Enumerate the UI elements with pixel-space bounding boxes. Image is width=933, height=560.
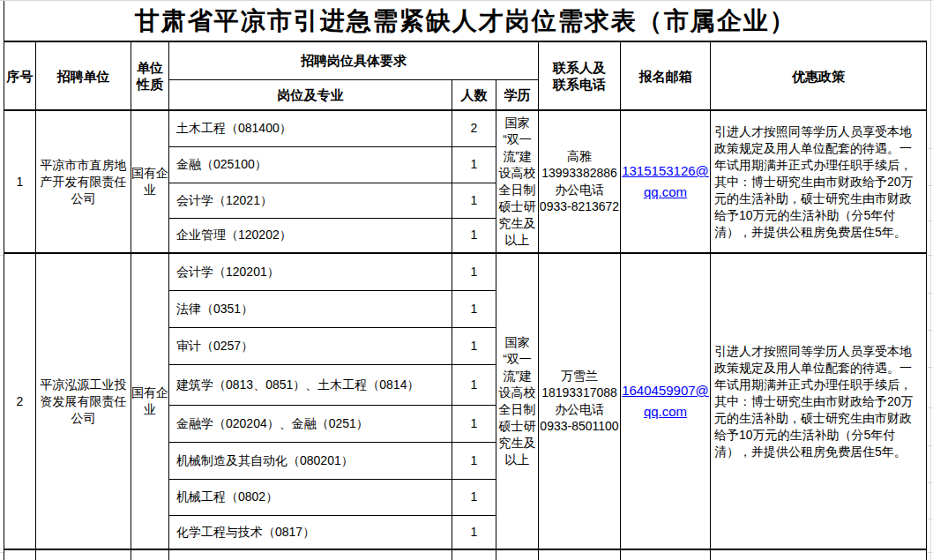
major-cell: 金融（025100） <box>169 146 452 183</box>
major-cell: 机械工程（0802） <box>169 479 452 515</box>
major-cell: 法律（0351） <box>169 290 452 327</box>
partial-row-cell <box>131 549 169 560</box>
partial-row-cell <box>4 549 36 560</box>
gridline-stub <box>926 148 933 149</box>
count-cell: 1 <box>452 183 496 218</box>
spreadsheet-page: 甘肃省平凉市引进急需紧缺人才岗位需求表（市属企业） 序号 招聘单位 单位性质 招… <box>0 0 933 560</box>
recruitment-table: 甘肃省平凉市引进急需紧缺人才岗位需求表（市属企业） 序号 招聘单位 单位性质 招… <box>4 1 927 560</box>
col-header-nature: 单位性质 <box>131 41 169 110</box>
seq-cell: 2 <box>4 253 36 549</box>
email-cell: 1315153126@qq.com <box>621 110 711 253</box>
col-header-education: 学历 <box>496 79 539 110</box>
col-header-policy: 优惠政策 <box>711 41 927 110</box>
gridline-stub <box>926 519 933 519</box>
count-cell: 1 <box>452 253 496 290</box>
count-cell: 2 <box>452 110 496 146</box>
education-cell: 国家“双一流”建设高校全日制硕士研究生及以上 <box>496 253 539 549</box>
count-cell: 1 <box>452 515 496 549</box>
count-cell: 1 <box>452 146 496 183</box>
major-cell: 会计学（120201） <box>169 253 452 290</box>
education-cell: 国家“双一流”建设高校全日制硕士研究生及以上 <box>496 110 539 253</box>
email-link[interactable]: 1315153126@qq.com <box>622 161 710 203</box>
partial-row-cell <box>452 549 496 560</box>
partial-row-cell <box>621 549 711 560</box>
major-cell: 会计学（12021） <box>169 183 452 218</box>
gridline-stub <box>926 552 933 553</box>
gridline-stub <box>926 482 933 483</box>
major-cell: 金融学（020204）、金融（0251） <box>169 405 452 442</box>
col-header-employer: 招聘单位 <box>36 41 131 110</box>
major-cell: 建筑学（0813、0851）、土木工程（0814） <box>169 364 452 405</box>
gridline-stub <box>926 185 933 186</box>
partial-row-cell <box>36 549 131 560</box>
major-cell: 土木工程（081400） <box>169 110 452 146</box>
major-cell: 企业管理（120202） <box>169 218 452 253</box>
major-cell: 化学工程与技术（0817） <box>169 515 452 549</box>
partial-row-cell <box>539 549 621 560</box>
count-cell: 1 <box>452 218 496 253</box>
gridline-stub <box>926 293 933 294</box>
col-header-seq: 序号 <box>4 41 36 110</box>
gridline-stub <box>926 255 933 256</box>
count-cell: 1 <box>452 364 496 405</box>
nature-cell: 国有企业 <box>131 253 169 549</box>
count-cell: 1 <box>452 479 496 515</box>
count-cell: 1 <box>452 327 496 364</box>
contact-cell: 万雪兰 18193317088 办公电话 0933-8501100 <box>539 253 621 549</box>
contact-cell: 高雅 13993382886 办公电话 0933-8213672 <box>539 110 621 253</box>
count-cell: 1 <box>452 405 496 442</box>
col-header-major: 岗位及专业 <box>169 79 452 110</box>
employer-cell: 平凉市市直房地产开发有限责任公司 <box>36 110 131 253</box>
seq-cell: 1 <box>4 110 36 253</box>
col-header-contact: 联系人及 联系电话 <box>539 41 621 110</box>
gridline-stub <box>926 407 933 408</box>
page-title: 甘肃省平凉市引进急需紧缺人才岗位需求表（市属企业） <box>4 1 927 41</box>
col-header-count: 人数 <box>452 79 496 110</box>
major-cell: 机械制造及其自动化（080201） <box>169 442 452 479</box>
partial-row-cell <box>496 549 539 560</box>
email-cell: 1640459907@qq.com <box>621 253 711 549</box>
email-link[interactable]: 1640459907@qq.com <box>622 380 710 422</box>
policy-cell: 引进人才按照同等学历人员享受本地政策规定及用人单位配套的待遇。一年试用期满并正式… <box>711 253 927 549</box>
major-cell: 审计（0257） <box>169 327 452 364</box>
nature-cell: 国有企业 <box>131 110 169 253</box>
count-cell: 1 <box>452 442 496 479</box>
partial-row-cell <box>169 549 452 560</box>
gridline-stub <box>926 330 933 331</box>
gridline-stub <box>926 367 933 368</box>
count-cell: 1 <box>452 290 496 327</box>
policy-cell: 引进人才按照同等学历人员享受本地政策规定及用人单位配套的待遇。一年试用期满并正式… <box>711 110 927 253</box>
partial-row-cell <box>711 549 927 560</box>
gridline-right <box>930 0 931 560</box>
col-header-email: 报名邮箱 <box>621 41 711 110</box>
employer-cell: 平凉泓源工业投资发展有限责任公司 <box>36 253 131 549</box>
gridline-stub <box>926 220 933 221</box>
col-header-requirements: 招聘岗位具体要求 <box>169 41 539 79</box>
gridline-stub <box>926 445 933 446</box>
